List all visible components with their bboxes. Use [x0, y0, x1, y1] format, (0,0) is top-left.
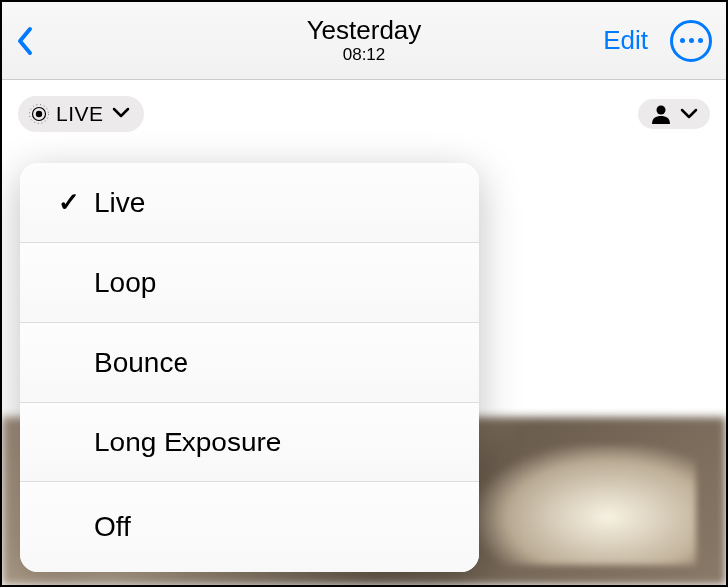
dropdown-option-label: Loop: [94, 267, 156, 299]
svg-point-3: [657, 106, 666, 115]
live-badge-label: LIVE: [56, 102, 104, 126]
dropdown-option-bounce[interactable]: ✓ Bounce: [20, 323, 479, 403]
dropdown-option-label: Bounce: [94, 347, 188, 379]
checkmark-icon: ✓: [58, 187, 94, 218]
more-button[interactable]: [670, 20, 712, 62]
edit-button[interactable]: Edit: [603, 25, 648, 56]
live-photo-icon: [28, 103, 50, 125]
ellipsis-icon: [680, 38, 685, 43]
header: Yesterday 08:12 Edit: [2, 2, 726, 80]
header-title: Yesterday: [307, 16, 422, 45]
svg-point-0: [36, 111, 42, 117]
chevron-down-icon: [112, 105, 130, 123]
people-button[interactable]: [638, 99, 710, 129]
live-photo-mode-button[interactable]: LIVE: [18, 96, 144, 132]
dropdown-option-off[interactable]: ✓ Off: [20, 482, 479, 572]
header-subtitle: 08:12: [307, 45, 422, 65]
chevron-left-icon: [16, 26, 34, 56]
live-mode-dropdown: ✓ Live ✓ Loop ✓ Bounce ✓ Long Exposure ✓…: [20, 163, 479, 572]
dropdown-option-long-exposure[interactable]: ✓ Long Exposure: [20, 403, 479, 482]
dropdown-option-label: Long Exposure: [94, 427, 281, 458]
header-actions: Edit: [603, 20, 712, 62]
chevron-down-icon: [680, 108, 698, 120]
dropdown-option-label: Live: [94, 187, 145, 219]
person-icon: [650, 104, 672, 124]
header-title-area: Yesterday 08:12: [307, 16, 422, 66]
toolbar: LIVE: [2, 80, 726, 147]
dropdown-option-loop[interactable]: ✓ Loop: [20, 243, 479, 323]
dropdown-option-label: Off: [94, 511, 131, 543]
back-button[interactable]: [16, 26, 56, 56]
dropdown-option-live[interactable]: ✓ Live: [20, 163, 479, 243]
